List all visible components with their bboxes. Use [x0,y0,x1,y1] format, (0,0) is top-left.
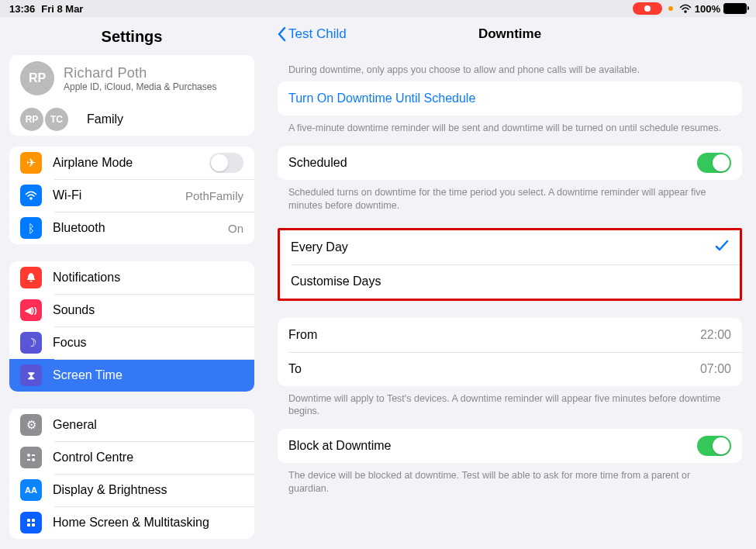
svg-point-1 [32,458,35,461]
bluetooth-value: On [228,222,243,235]
to-row[interactable]: To 07:00 [278,352,742,386]
control-centre-icon [20,447,42,468]
notifications-label: Notifications [53,271,243,285]
focus-label: Focus [53,336,243,350]
settings-sidebar: Settings RP Richard Poth Apple ID, iClou… [0,17,264,549]
to-label: To [288,362,302,376]
user-sub: Apple ID, iCloud, Media & Purchases [64,81,216,92]
screen-record-indicator [633,2,662,15]
family-row[interactable]: RP TC Family [9,103,254,136]
svg-point-0 [27,454,30,457]
svg-rect-7 [32,523,35,527]
family-avatar-1: RP [20,108,43,131]
airplane-mode-row[interactable]: ✈ Airplane Mode [9,147,254,179]
focus-icon: ☽ [20,332,42,354]
customise-days-label: Customise Days [291,274,381,288]
battery-percent: 100% [695,3,720,15]
sounds-row[interactable]: ◀)) Sounds [9,294,254,326]
status-bar: 13:36 Fri 8 Mar 100% [0,0,756,17]
intro-text: During downtime, only apps you choose to… [278,51,742,81]
sounds-icon: ◀)) [20,299,42,321]
general-label: General [53,418,243,432]
mic-indicator-icon [668,6,673,11]
checkmark-icon [715,240,729,255]
block-at-downtime-row[interactable]: Block at Downtime [278,429,742,463]
from-label: From [288,328,317,342]
turn-on-footer: A five-minute downtime reminder will be … [278,116,742,146]
every-day-row[interactable]: Every Day [280,230,740,264]
back-label: Test Child [288,26,347,42]
notifications-row[interactable]: Notifications [9,261,254,294]
customise-days-row[interactable]: Customise Days [280,264,740,299]
time-footer: Downtime will apply to Test's devices. A… [278,386,742,430]
scheduled-row[interactable]: Scheduled [278,146,742,180]
wifi-settings-icon [20,185,42,206]
general-row[interactable]: ⚙ General [9,409,254,441]
screen-time-row[interactable]: ⧗ Screen Time [9,359,254,392]
scheduled-toggle[interactable] [697,153,731,173]
to-value: 07:00 [700,362,731,376]
bluetooth-row[interactable]: ᛒ Bluetooth On [9,212,254,244]
svg-rect-6 [27,523,30,527]
from-value: 22:00 [700,328,731,342]
home-screen-icon [20,512,42,533]
detail-title: Downtime [278,26,742,42]
airplane-toggle[interactable] [209,153,243,173]
bluetooth-icon: ᛒ [20,217,42,239]
screen-time-label: Screen Time [53,368,243,382]
wifi-value: PothFamily [185,189,243,202]
highlighted-section: Every Day Customise Days [278,228,742,301]
battery-icon [723,3,747,14]
focus-row[interactable]: ☽ Focus [9,326,254,359]
airplane-label: Airplane Mode [53,156,209,170]
block-toggle[interactable] [697,436,731,456]
wifi-label: Wi-Fi [53,188,185,202]
notifications-icon [20,267,42,288]
display-icon: AA [20,479,42,501]
screen-time-icon: ⧗ [20,364,42,386]
status-time: 13:36 [9,3,35,15]
display-brightness-row[interactable]: AA Display & Brightness [9,474,254,506]
user-name: Richard Poth [64,65,216,81]
from-row[interactable]: From 22:00 [278,318,742,352]
detail-pane: Test Child Downtime During downtime, onl… [264,17,756,549]
chevron-left-icon [278,26,287,42]
status-date: Fri 8 Mar [41,3,83,15]
sidebar-title: Settings [0,17,264,57]
display-label: Display & Brightness [53,483,243,497]
apple-id-row[interactable]: RP Richard Poth Apple ID, iCloud, Media … [9,55,254,103]
wifi-icon [679,4,692,13]
family-label: Family [87,112,243,126]
wifi-row[interactable]: Wi-Fi PothFamily [9,179,254,212]
block-footer: The device will be blocked at downtime. … [278,463,742,506]
svg-rect-4 [27,519,30,522]
home-screen-label: Home Screen & Multitasking [53,516,243,530]
family-avatar-2: TC [45,108,68,131]
svg-rect-5 [32,519,35,522]
block-label: Block at Downtime [288,439,392,453]
control-centre-label: Control Centre [53,451,243,464]
turn-on-label: Turn On Downtime Until Schedule [288,92,475,105]
scheduled-label: Scheduled [288,156,347,170]
general-icon: ⚙ [20,414,42,436]
airplane-icon: ✈ [20,152,42,174]
user-avatar: RP [20,61,54,95]
bluetooth-label: Bluetooth [53,221,228,235]
scheduled-footer: Scheduled turns on downtime for the time… [278,180,742,212]
every-day-label: Every Day [291,240,348,254]
sounds-label: Sounds [53,303,243,317]
turn-on-downtime-button[interactable]: Turn On Downtime Until Schedule [278,81,742,116]
home-screen-row[interactable]: Home Screen & Multitasking [9,506,254,539]
control-centre-row[interactable]: Control Centre [9,441,254,474]
back-button[interactable]: Test Child [278,26,347,42]
